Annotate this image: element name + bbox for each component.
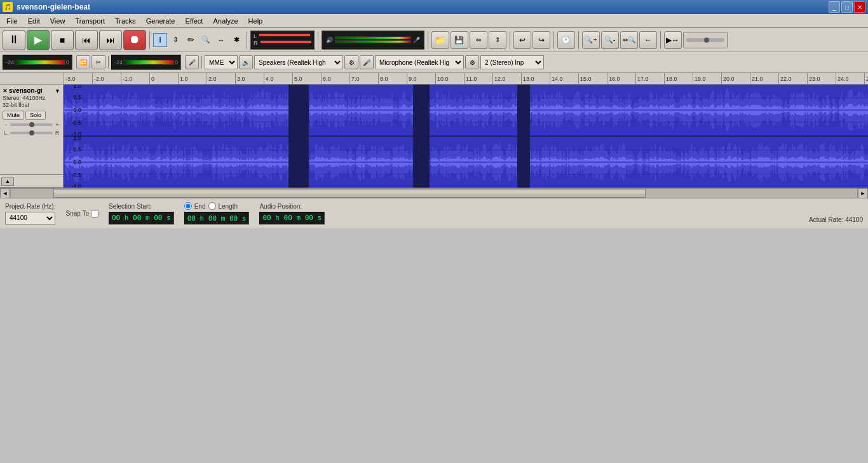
skip-to-start-button[interactable]: ⏮ — [75, 30, 98, 50]
actual-rate-label: Actual Rate: 44100 — [809, 216, 863, 223]
play-button[interactable]: ▶ — [27, 30, 50, 50]
speed-slider-track[interactable] — [686, 38, 724, 42]
fit-v-button[interactable]: ⇕ — [489, 31, 506, 49]
time-button[interactable]: 🕐 — [557, 31, 575, 49]
snap-to-checkbox[interactable] — [91, 210, 98, 218]
pan-slider-thumb[interactable] — [29, 130, 34, 135]
horizontal-scrollbar[interactable]: ◄ ► — [0, 188, 868, 198]
track-title: svenson-gi — [9, 87, 43, 94]
playback-controls: 🔁 ✂ — [76, 55, 105, 69]
toolbar-area: ⏸ ▶ ■ ⏮ ⏭ ⏺ I ⇕ ✏ 🔍 ↔ ✱ L R 🔊 — [0, 28, 868, 73]
playback-meter-label: 🔊 — [326, 37, 333, 43]
undo-button[interactable]: ↩ — [513, 31, 531, 49]
input-icon[interactable]: 🎤 — [360, 55, 374, 69]
track-close-icon[interactable]: ✕ — [3, 88, 8, 94]
selection-tool[interactable]: I — [153, 33, 167, 47]
zoom-sel-button[interactable]: ↔ — [639, 31, 657, 49]
end-length-group: End Length 00 h 00 m 00 s — [184, 202, 250, 225]
toolbar-row1: ⏸ ▶ ■ ⏮ ⏭ ⏺ I ⇕ ✏ 🔍 ↔ ✱ L R 🔊 — [0, 28, 868, 52]
redo-button[interactable]: ↪ — [532, 31, 550, 49]
input-device-select[interactable]: Microphone (Realtek Hig — [375, 55, 464, 69]
output-device-select[interactable]: Speakers (Realtek High — [254, 55, 343, 69]
titlebar-controls[interactable]: _ □ ✕ — [829, 1, 865, 13]
record-button[interactable]: ⏺ — [123, 30, 146, 50]
end-time[interactable]: 00 h 00 m 00 s — [184, 212, 250, 225]
toolbar-separator-8 — [660, 31, 661, 49]
pan-left-label: L — [3, 130, 9, 136]
length-radio[interactable] — [208, 202, 216, 210]
r-meter-bar — [261, 41, 311, 43]
playback-r-bar — [335, 40, 411, 43]
track-buttons: Mute Solo — [3, 111, 60, 120]
menu-transport[interactable]: Transport — [70, 14, 110, 28]
titlebar: 🎵 svenson-gielen-beat _ □ ✕ — [0, 0, 868, 14]
menu-generate[interactable]: Generate — [141, 14, 180, 28]
titlebar-left: 🎵 svenson-gielen-beat — [3, 2, 90, 12]
selection-start-time[interactable]: 00 h 00 m 00 s — [109, 212, 174, 225]
toolbar-row2-sep2 — [201, 56, 202, 69]
waveform-area[interactable] — [64, 85, 868, 188]
pause-button[interactable]: ⏸ — [3, 30, 25, 50]
project-rate-select[interactable]: 44100 — [5, 212, 55, 225]
open-button[interactable]: 📁 — [431, 31, 449, 49]
zoom-out-button[interactable]: 🔍- — [601, 31, 619, 49]
audio-position-time[interactable]: 00 h 00 m 00 s — [259, 212, 325, 225]
menu-analyze[interactable]: Analyze — [208, 14, 243, 28]
scroll-right-button[interactable]: ► — [858, 188, 868, 198]
selection-start-group: Selection Start: 00 h 00 m 00 s — [109, 203, 174, 225]
expand-button[interactable]: ▲ — [1, 177, 14, 186]
toolbar-row2: -24 0 🔁 ✂ -24 0 🎤 MME 🔊 Speakers (Realte… — [0, 52, 868, 73]
menu-tracks[interactable]: Tracks — [110, 14, 141, 28]
maximize-button[interactable]: □ — [841, 1, 853, 13]
track-menu-icon[interactable]: ▼ — [55, 88, 60, 94]
loop-button[interactable]: 🔁 — [76, 55, 90, 69]
toolbar-row2-sep1 — [108, 56, 109, 69]
close-button[interactable]: ✕ — [854, 1, 865, 13]
cut-preview-button[interactable]: ✂ — [92, 55, 105, 69]
zoom-in-button[interactable]: 🔍+ — [582, 31, 600, 49]
fit-button[interactable]: ⇔ — [470, 31, 487, 49]
mute-button[interactable]: Mute — [3, 111, 24, 120]
draw-tool[interactable]: ✏ — [184, 33, 198, 47]
toolbar-separator-6 — [553, 31, 554, 49]
record-meter-button[interactable]: 🎤 — [185, 55, 199, 69]
volume-slider-thumb[interactable] — [29, 122, 34, 127]
db-zero-label-2: 0 — [175, 59, 178, 66]
stop-button[interactable]: ■ — [51, 30, 74, 50]
pan-slider-track[interactable] — [10, 132, 53, 134]
host-select[interactable]: MME — [205, 55, 238, 69]
solo-button[interactable]: Solo — [25, 111, 46, 120]
project-rate-label: Project Rate (Hz): — [5, 203, 55, 210]
channel-select[interactable]: 2 (Stereo) Inp — [480, 55, 544, 69]
skip-to-end-button[interactable]: ⏭ — [99, 30, 122, 50]
minimize-button[interactable]: _ — [829, 1, 840, 13]
volume-slider-track[interactable] — [10, 123, 53, 126]
timeshift-tool[interactable]: ↔ — [214, 33, 228, 47]
playback-meter-icon: 🎤 — [413, 37, 420, 43]
menu-effect[interactable]: Effect — [180, 14, 208, 28]
track-name: ✕ svenson-gi ▼ — [3, 87, 60, 94]
playback-l-bar — [335, 36, 411, 39]
scrollbar-track[interactable] — [10, 188, 858, 198]
envelope-tool[interactable]: ⇕ — [168, 33, 182, 47]
speed-slider-area[interactable] — [683, 32, 728, 48]
waveform-canvas[interactable] — [64, 85, 868, 188]
menu-file[interactable]: File — [1, 14, 23, 28]
save-button[interactable]: 💾 — [451, 31, 468, 49]
menu-edit[interactable]: Edit — [23, 14, 45, 28]
multi-tool[interactable]: ✱ — [229, 33, 243, 47]
end-radio[interactable] — [184, 202, 192, 210]
zoom-fit-button[interactable]: ⇔🔍 — [620, 31, 638, 49]
zoom-tool[interactable]: 🔍 — [199, 33, 213, 47]
scroll-left-button[interactable]: ◄ — [0, 188, 10, 198]
track-info-2: 32-bit float — [3, 102, 60, 108]
menu-view[interactable]: View — [45, 14, 71, 28]
menu-help[interactable]: Help — [243, 14, 268, 28]
play-at-speed-button[interactable]: ▶↔ — [664, 31, 682, 49]
toolbar-separator-1 — [149, 31, 150, 49]
statusbar: Project Rate (Hz): 44100 Snap To Selecti… — [0, 198, 868, 228]
l-meter-bar — [259, 34, 310, 36]
scrollbar-thumb[interactable] — [53, 189, 646, 198]
speed-slider-thumb[interactable] — [704, 38, 709, 43]
selection-start-display: 00 h 00 m 00 s — [109, 212, 174, 225]
